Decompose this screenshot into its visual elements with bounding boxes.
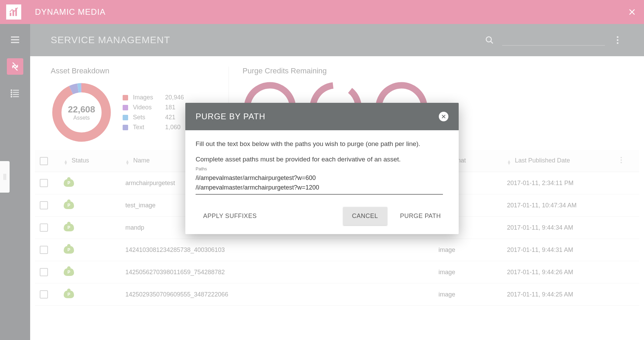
modal-instruction-1: Fill out the text box below with the pat…	[196, 139, 448, 149]
modal-body: Fill out the text box below with the pat…	[185, 130, 459, 200]
close-icon	[441, 114, 446, 119]
modal-actions: APPLY SUFFIXES CANCEL PURGE PATH	[185, 200, 459, 234]
modal-title: PURGE BY PATH	[196, 112, 265, 121]
cancel-button[interactable]: CANCEL	[343, 207, 387, 225]
apply-suffixes-button[interactable]: APPLY SUFFIXES	[196, 208, 264, 224]
modal-instruction-2: Complete asset paths must be provided fo…	[196, 155, 448, 165]
paths-input[interactable]	[196, 172, 443, 195]
purge-path-button[interactable]: PURGE PATH	[393, 208, 448, 224]
purge-modal: PURGE BY PATH Fill out the text box belo…	[185, 103, 459, 234]
modal-close-button[interactable]	[439, 112, 448, 121]
paths-field-label: Paths	[196, 166, 448, 171]
modal-header: PURGE BY PATH	[185, 103, 459, 130]
